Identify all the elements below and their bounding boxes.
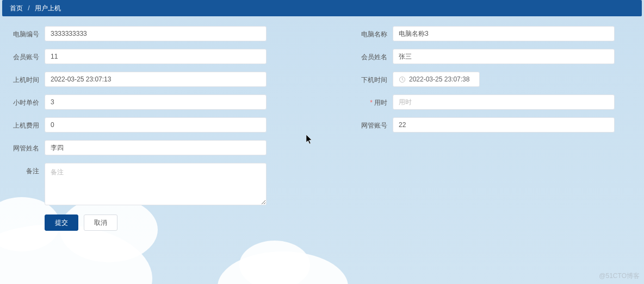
form-container: 电脑编号 会员账号 上机时间 小时单价 上机费用 网管姓名 备注 提交	[0, 16, 644, 241]
breadcrumb-separator: /	[28, 4, 29, 12]
label-remark: 备注	[11, 163, 45, 176]
input-duration[interactable]	[393, 94, 615, 110]
input-use-fee[interactable]	[45, 117, 267, 132]
submit-button[interactable]: 提交	[45, 214, 78, 231]
input-member-acct[interactable]	[45, 49, 267, 64]
breadcrumb: 首页 / 用户上机	[2, 0, 642, 16]
label-end-time: 下机时间	[359, 72, 393, 85]
label-hour-price: 小时单价	[11, 94, 45, 108]
cancel-button[interactable]: 取消	[84, 214, 117, 231]
input-admin-acct[interactable]	[393, 117, 615, 132]
label-start-time: 上机时间	[11, 72, 45, 85]
input-computer-name[interactable]	[393, 26, 615, 41]
label-member-name: 会员姓名	[359, 49, 393, 62]
input-hour-price[interactable]	[45, 94, 267, 110]
label-admin-name: 网管姓名	[11, 140, 45, 153]
input-member-name[interactable]	[393, 49, 615, 64]
label-duration: *用时	[359, 94, 393, 108]
textarea-remark[interactable]	[45, 163, 267, 205]
breadcrumb-home[interactable]: 首页	[10, 4, 23, 12]
watermark: @51CTO博客	[599, 272, 640, 281]
datetime-end-time-text: 2022-03-25 23:07:38	[409, 75, 469, 83]
breadcrumb-current: 用户上机	[35, 4, 61, 12]
label-admin-acct: 网管账号	[359, 117, 393, 130]
cursor-icon	[306, 135, 313, 144]
input-start-time[interactable]	[45, 72, 267, 87]
label-computer-name: 电脑名称	[359, 26, 393, 39]
label-member-acct: 会员账号	[11, 49, 45, 62]
label-use-fee: 上机费用	[11, 117, 45, 130]
input-computer-no[interactable]	[45, 26, 267, 41]
input-admin-name[interactable]	[45, 140, 267, 155]
clock-icon	[399, 76, 406, 83]
datetime-end-time[interactable]: 2022-03-25 23:07:38	[393, 72, 480, 87]
label-computer-no: 电脑编号	[11, 26, 45, 39]
